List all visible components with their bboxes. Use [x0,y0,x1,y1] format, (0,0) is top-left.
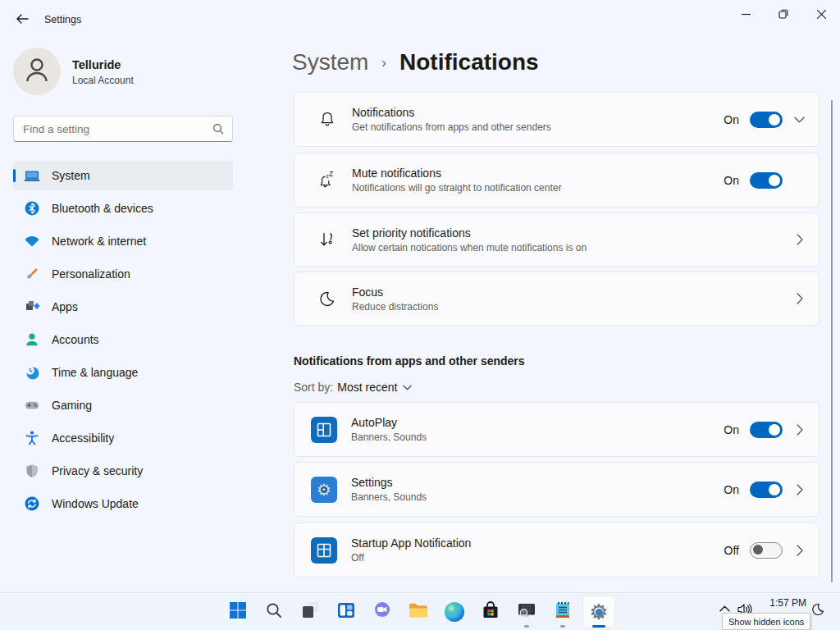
app-name: Startup App Notification [351,536,724,550]
card-subtitle: Notifications will go straight to notifi… [352,182,724,194]
sidebar-item-accounts[interactable]: Accounts [13,325,233,354]
notepad-icon [554,600,572,623]
search-input[interactable] [14,123,208,135]
app-subtitle: Banners, Sounds [351,491,724,503]
running-indicator [560,625,565,628]
wifi-icon [24,233,40,249]
card-subtitle: Allow certain notications when mute noti… [352,242,783,253]
bell-snooze-icon: zZ [317,170,338,191]
avatar[interactable] [13,48,61,95]
clock-globe-icon [24,364,40,381]
sidebar-item-apps[interactable]: Apps [13,292,233,322]
settings-app-icon: ⚙ [311,477,337,503]
minimize-button[interactable] [727,0,765,30]
breadcrumb-separator: › [381,55,386,71]
do-not-disturb-moon-icon[interactable] [809,601,827,618]
close-button[interactable] [802,0,840,30]
app-row-autoplay[interactable]: AutoPlay Banners, Sounds On [294,402,819,457]
system-icon [24,167,40,184]
settings-taskbar-button[interactable]: ⚙ [582,596,615,628]
app-subtitle: Banners, Sounds [351,431,724,443]
sidebar-item-label: Accounts [52,333,99,346]
account-person-icon [24,331,40,348]
settings-notifications-toggle[interactable] [750,482,783,498]
priority-notifications-card[interactable]: Set priority notifications Allow certain… [294,212,819,267]
titlebar: Settings [0,0,840,39]
shield-icon [24,463,40,479]
chevron-right-icon [793,545,806,556]
notifications-setting-card[interactable]: Notifications Get notifications from app… [294,92,819,147]
restore-button[interactable] [765,0,802,30]
sort-label: Sort by: [294,381,333,394]
toggle-state-label: On [724,113,739,126]
task-view-button[interactable] [294,596,326,628]
app-row-settings[interactable]: ⚙ Settings Banners, Sounds On [294,462,819,517]
person-icon [21,54,52,89]
sidebar-item-system[interactable]: System [13,161,233,190]
running-indicator [524,625,529,628]
toggle-state-label: Off [724,544,739,557]
sidebar-item-personalization[interactable]: Personalization [13,259,233,289]
toggle-state-label: On [724,423,739,436]
card-title: Focus [352,285,783,299]
windows-logo-icon [228,600,248,623]
taskbar-search-button[interactable] [258,596,290,628]
taskbar: ⚙ [0,592,840,630]
magnifier-app-button[interactable] [510,596,543,628]
autoplay-toggle[interactable] [750,422,783,438]
sidebar-item-label: Accessibility [52,431,114,445]
focus-card[interactable]: Focus Reduce distractions [294,272,819,326]
sidebar-item-gaming[interactable]: Gaming [13,390,233,420]
file-explorer-button[interactable] [402,596,435,628]
folder-icon [408,600,429,623]
paintbrush-icon [24,266,40,282]
sidebar-item-label: Network & internet [52,235,146,248]
close-icon [817,7,826,22]
sidebar-item-bluetooth-devices[interactable]: Bluetooth & devices [13,194,233,223]
svg-text:Z: Z [329,170,333,178]
edge-button[interactable] [438,596,471,628]
chevron-right-icon [793,234,806,245]
toggle-state-label: On [724,483,739,496]
sort-by-dropdown[interactable]: Sort by: Most recent [294,381,412,394]
user-account-type: Local Account [72,75,134,86]
notifications-toggle[interactable] [750,112,783,128]
gamepad-icon [24,397,40,413]
accessibility-person-icon [24,430,40,446]
widgets-button[interactable] [330,596,363,628]
chevron-up-icon [719,605,730,612]
moon-icon [317,288,338,309]
startup-app-notification-toggle[interactable] [750,542,783,559]
app-name: Settings [351,476,724,489]
page-title: Notifications [399,49,539,75]
sidebar-item-label: Privacy & security [52,464,143,477]
mute-notifications-card[interactable]: zZ Mute notifications Notifications will… [294,153,819,208]
apps-icon [24,299,40,315]
mute-notifications-toggle[interactable] [750,172,783,189]
sidebar-item-time-language[interactable]: Time & language [13,358,233,387]
search-box[interactable] [13,116,233,142]
restore-icon [778,7,788,22]
sidebar-item-privacy-security[interactable]: Privacy & security [13,456,233,486]
sidebar-item-network-internet[interactable]: Network & internet [13,226,233,256]
start-button[interactable] [221,596,254,628]
back-button[interactable] [10,10,34,31]
chat-icon [372,600,392,623]
window-title: Settings [44,14,81,25]
priority-arrow-icon [317,229,338,250]
scrollbar[interactable] [831,100,833,582]
sidebar-item-windows-update[interactable]: Windows Update [13,489,233,518]
chat-button[interactable] [366,596,399,628]
chevron-down-icon[interactable] [793,116,806,123]
bell-icon [317,109,338,130]
tooltip: Show hidden icons [722,613,810,630]
app-row-startup-app-notification[interactable]: Startup App Notification Off Off [294,523,819,578]
sidebar-item-accessibility[interactable]: Accessibility [13,423,233,453]
store-button[interactable] [474,596,507,628]
notepad-button[interactable] [546,596,579,628]
card-subtitle: Get notifications from apps and other se… [352,121,724,133]
breadcrumb-system[interactable]: System [292,49,368,75]
clock[interactable]: 1:57 PM [759,597,806,609]
task-view-icon [300,600,320,623]
user-name: Telluride [72,58,121,71]
